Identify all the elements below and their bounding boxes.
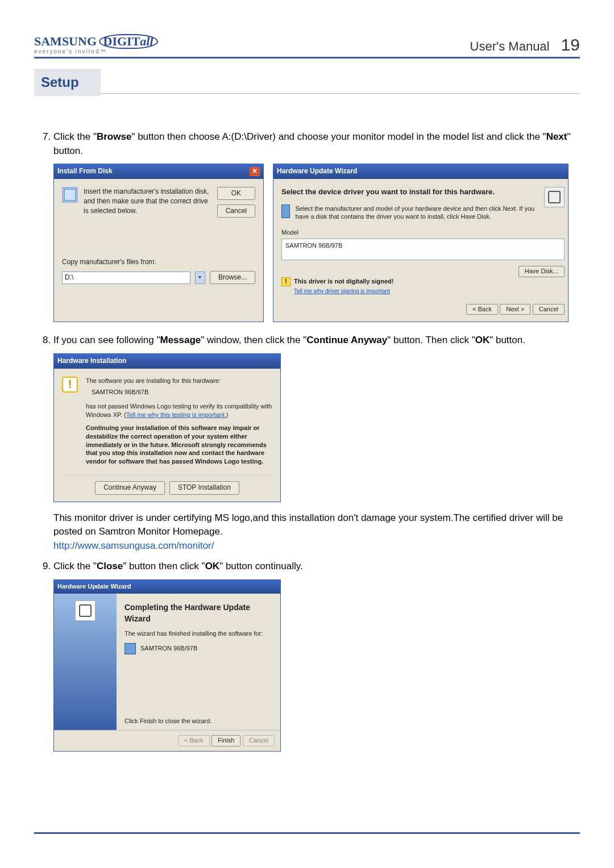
dialog-title: Hardware Installation xyxy=(57,356,126,366)
footer-rule xyxy=(34,832,580,834)
cancel-button: Cancel xyxy=(243,735,275,746)
model-label: Model xyxy=(281,228,565,237)
warning-icon: ! xyxy=(281,277,291,286)
browse-button[interactable]: Browse... xyxy=(210,271,255,284)
next-button[interactable]: Next > xyxy=(500,304,530,315)
wizard-subtext: Select the manufacturer and model of you… xyxy=(296,205,544,221)
continue-anyway-button[interactable]: Continue Anyway xyxy=(95,481,165,494)
cancel-button[interactable]: Cancel xyxy=(217,205,255,218)
copy-from-label: Copy manufacturer's files from: xyxy=(62,257,255,267)
install-model: SAMTRON 96B/97B xyxy=(92,388,272,397)
section-header-row: Setup xyxy=(34,69,580,96)
homepage-link[interactable]: http://www.samsungusa.com/monitor/ xyxy=(53,540,214,551)
wizard-icon xyxy=(544,187,565,207)
logo-text-c: all xyxy=(140,34,153,48)
completing-model: SAMTRON 96B/97B xyxy=(140,644,197,653)
model-list[interactable]: SAMTRON 96B/97B xyxy=(281,239,565,260)
cancel-button[interactable]: Cancel xyxy=(533,304,565,315)
drive-combo[interactable]: D:\ xyxy=(62,272,190,284)
monitor-icon xyxy=(125,643,136,654)
install-line1: The software you are installing for this… xyxy=(86,377,272,385)
back-button[interactable]: < Back xyxy=(466,304,498,315)
dialog-hardware-installation: Hardware Installation ! The software you… xyxy=(53,353,281,502)
completing-heading: Completing the Hardware Update Wizard xyxy=(125,602,272,625)
monitor-icon xyxy=(281,205,290,218)
page-header: SAMSUNG DIGITall everyone's invited™ Use… xyxy=(34,34,580,59)
step8-note: This monitor driver is under certifying … xyxy=(53,511,580,539)
install-instruction: Insert the manufacturer's installation d… xyxy=(84,187,211,216)
dialog-title: Install From Disk xyxy=(57,166,113,176)
step-8: If you can see following "Message" windo… xyxy=(53,333,580,553)
wizard-heading: Select the device driver you want to ins… xyxy=(281,187,565,198)
finish-button[interactable]: Finish xyxy=(211,735,240,746)
step-7: Click the "Browse" button then choose A:… xyxy=(53,130,580,322)
stop-installation-button[interactable]: STOP Installation xyxy=(169,481,239,494)
logo-tagline: everyone's invited™ xyxy=(34,49,158,55)
brand-logo: SAMSUNG DIGITall everyone's invited™ xyxy=(34,34,158,55)
warning-icon: ! xyxy=(62,377,78,393)
close-icon[interactable]: ✕ xyxy=(250,167,260,176)
completing-sub: The wizard has finished installing the s… xyxy=(125,629,272,639)
unsigned-warning: This driver is not digitally signed! xyxy=(294,277,393,286)
ok-button[interactable]: OK xyxy=(217,187,255,200)
finish-instruction: Click Finish to close the wizard. xyxy=(125,717,272,726)
wizard-side-graphic xyxy=(54,594,117,730)
section-rule xyxy=(101,93,580,94)
signing-info-link[interactable]: Tell me why driver signing is important xyxy=(294,287,565,296)
wizard-icon xyxy=(75,600,96,621)
logo-text-b: DIGIT xyxy=(103,34,140,48)
page-number: 19 xyxy=(561,35,580,54)
dialog-title: Hardware Update Wizard xyxy=(277,166,357,176)
dialog-title: Hardware Update Wizard xyxy=(57,582,131,591)
testing-info-link[interactable]: Tell me why this testing is important. xyxy=(126,411,226,418)
step-9: Click the "Close" button then click "OK"… xyxy=(53,560,580,752)
dialog-completing-wizard: Hardware Update Wizard Completing the Ha… xyxy=(53,579,281,752)
have-disk-button[interactable]: Have Disk... xyxy=(518,266,565,277)
install-line2: has not passed Windows Logo testing to v… xyxy=(86,402,272,419)
section-tab-setup: Setup xyxy=(34,69,101,96)
floppy-disk-icon xyxy=(62,187,78,203)
back-button: < Back xyxy=(178,735,210,746)
chevron-down-icon[interactable]: ▾ xyxy=(195,272,205,284)
manual-title: User's Manual 19 xyxy=(470,35,580,55)
dialog-install-from-disk: Install From Disk ✕ Insert the manufactu… xyxy=(53,164,264,322)
install-warning-bold: Continuing your installation of this sof… xyxy=(86,424,272,466)
logo-text-a: SAMSUNG xyxy=(34,34,97,48)
dialog-hardware-update-wizard: Hardware Update Wizard Select the device… xyxy=(273,164,569,322)
